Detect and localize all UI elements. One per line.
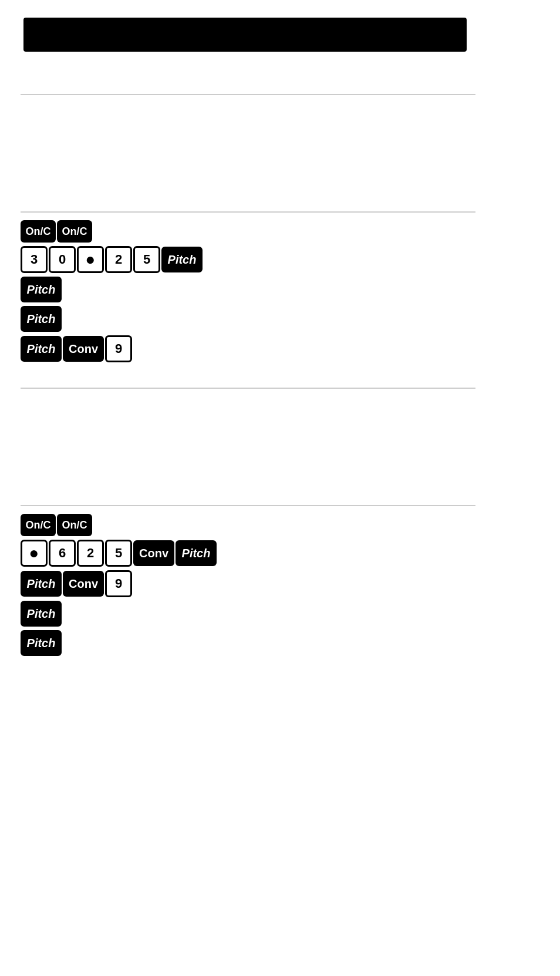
row-onc-2: On/COn/C xyxy=(21,514,218,537)
row-pitch-3: Pitch xyxy=(21,601,218,628)
row-pitch-conv-2: PitchConv9 xyxy=(21,570,218,598)
digit-button[interactable]: 9 xyxy=(105,335,132,362)
on-c-button[interactable]: On/C xyxy=(21,514,56,536)
pitch-button[interactable]: Pitch xyxy=(21,630,62,656)
row-digits-2: ●625ConvPitch xyxy=(21,540,218,568)
divider-2 xyxy=(21,211,475,213)
pitch-button[interactable]: Pitch xyxy=(21,306,62,332)
conv-button[interactable]: Conv xyxy=(133,540,174,566)
digit-button[interactable]: ● xyxy=(77,246,104,273)
row-pitch-4: Pitch xyxy=(21,630,218,657)
row-digits-1: 30●25Pitch xyxy=(21,246,204,274)
on-c-button[interactable]: On/C xyxy=(57,220,92,243)
digit-button[interactable]: 9 xyxy=(105,570,132,597)
on-c-button[interactable]: On/C xyxy=(21,220,56,243)
digit-button[interactable]: 6 xyxy=(49,540,76,567)
pitch-button[interactable]: Pitch xyxy=(21,277,62,302)
digit-button[interactable]: 0 xyxy=(49,246,76,273)
digit-button[interactable]: 5 xyxy=(133,246,160,273)
row-pitch-1: Pitch xyxy=(21,277,204,304)
divider-1 xyxy=(21,94,475,95)
digit-button[interactable]: 2 xyxy=(77,540,104,567)
row-pitch-2: Pitch xyxy=(21,306,204,333)
digit-button[interactable]: 2 xyxy=(105,246,132,273)
on-c-button[interactable]: On/C xyxy=(57,514,92,536)
pitch-button[interactable]: Pitch xyxy=(176,540,217,566)
pitch-button[interactable]: Pitch xyxy=(21,601,62,627)
conv-button[interactable]: Conv xyxy=(63,336,104,362)
pitch-button[interactable]: Pitch xyxy=(161,247,203,272)
header-bar xyxy=(23,18,467,52)
row-pitch-conv-1: PitchConv9 xyxy=(21,335,204,364)
row-onc-1: On/COn/C xyxy=(21,220,204,244)
section-4: On/COn/C●625ConvPitchPitchConv9PitchPitc… xyxy=(21,514,218,659)
digit-button[interactable]: 5 xyxy=(105,540,132,567)
digit-button[interactable]: ● xyxy=(21,540,48,567)
digit-button[interactable]: 3 xyxy=(21,246,48,273)
section-2: On/COn/C30●25PitchPitchPitchPitchConv9 xyxy=(21,220,204,366)
pitch-button[interactable]: Pitch xyxy=(21,336,62,362)
divider-3 xyxy=(21,388,475,389)
pitch-button[interactable]: Pitch xyxy=(21,571,62,597)
conv-button[interactable]: Conv xyxy=(63,571,104,597)
divider-4 xyxy=(21,505,475,506)
